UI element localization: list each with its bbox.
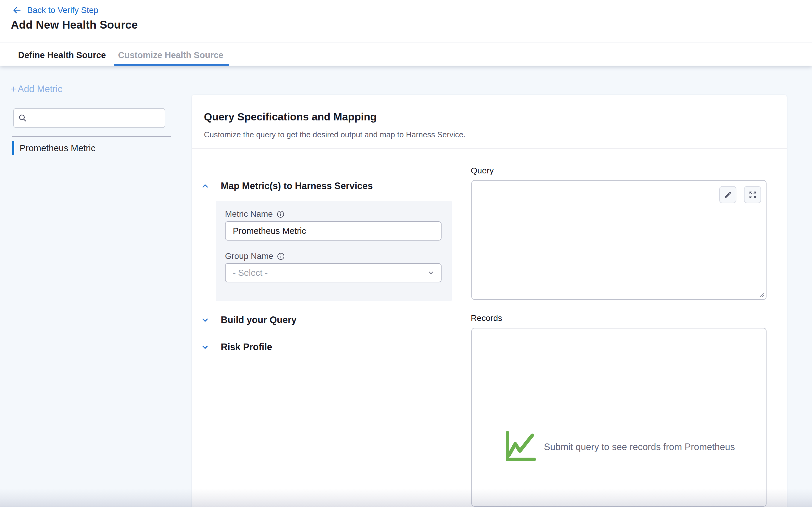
sidebar-item-prometheus-metric[interactable]: Prometheus Metric <box>12 141 181 155</box>
section-label: Build your Query <box>221 314 296 325</box>
add-metric-label: Add Metric <box>18 84 62 94</box>
chevron-down-icon <box>201 316 209 324</box>
header-divider <box>0 42 812 42</box>
search-icon <box>18 114 27 123</box>
section-build-your-query[interactable]: Build your Query <box>201 314 296 325</box>
tab-define-health-source[interactable]: Define Health Source <box>18 49 106 61</box>
info-icon[interactable] <box>277 210 285 218</box>
expand-query-button[interactable] <box>744 186 761 203</box>
edit-icon <box>724 190 732 199</box>
records-empty-state: Submit query to see records from Prometh… <box>503 431 735 463</box>
metric-search-input[interactable] <box>30 109 165 127</box>
chevron-down-icon <box>427 269 435 277</box>
map-metric-card: Metric Name Group Name <box>216 201 452 301</box>
records-empty-text: Submit query to see records from Prometh… <box>544 442 735 452</box>
metric-name-label-text: Metric Name <box>225 209 273 219</box>
section-label: Map Metric(s) to Harness Services <box>221 181 373 191</box>
panel-subheading: Customize the query to get the desired o… <box>204 130 466 140</box>
active-tab-underline <box>114 64 229 66</box>
content-area: + Add Metric Prometheus Metric Query Spe… <box>0 66 812 507</box>
group-name-label-text: Group Name <box>225 251 273 261</box>
expand-icon <box>749 190 757 199</box>
resize-handle-icon[interactable] <box>758 291 764 298</box>
section-risk-profile[interactable]: Risk Profile <box>201 342 272 353</box>
records-label: Records <box>471 313 502 323</box>
panel-divider <box>192 148 787 148</box>
screen: Back to Verify Step Add New Health Sourc… <box>0 0 812 510</box>
bottom-strip <box>0 507 812 510</box>
add-metric-button[interactable]: + Add Metric <box>10 83 62 95</box>
section-map-metrics[interactable]: Map Metric(s) to Harness Services <box>201 181 373 191</box>
tab-customize-health-source[interactable]: Customize Health Source <box>118 49 224 61</box>
query-label: Query <box>471 166 494 176</box>
sidebar-divider <box>12 137 171 137</box>
edit-query-button[interactable] <box>719 186 736 203</box>
page-header: Back to Verify Step Add New Health Sourc… <box>0 0 812 66</box>
info-icon[interactable] <box>277 252 285 261</box>
metric-name-input[interactable] <box>225 221 441 241</box>
metric-name-field-label: Metric Name <box>225 209 285 219</box>
selected-indicator-bar <box>12 141 14 155</box>
query-specifications-panel: Query Specifications and Mapping Customi… <box>192 95 787 507</box>
back-arrow-icon <box>12 5 22 15</box>
back-link-label: Back to Verify Step <box>27 5 98 15</box>
back-to-verify-link[interactable]: Back to Verify Step <box>12 4 98 16</box>
page-title: Add New Health Source <box>11 19 138 31</box>
records-panel: Submit query to see records from Prometh… <box>471 328 766 507</box>
panel-heading: Query Specifications and Mapping <box>204 111 377 123</box>
chart-line-icon <box>503 431 536 463</box>
plus-icon: + <box>10 83 17 95</box>
query-textarea[interactable] <box>471 180 766 300</box>
group-name-field-label: Group Name <box>225 251 285 261</box>
chevron-down-icon <box>201 343 209 351</box>
metric-item-label: Prometheus Metric <box>20 143 95 153</box>
chevron-up-icon <box>201 182 209 190</box>
section-label: Risk Profile <box>221 342 272 353</box>
group-name-select[interactable]: - Select - <box>225 263 441 282</box>
select-placeholder: - Select - <box>233 268 268 278</box>
metric-search-box <box>13 108 165 128</box>
